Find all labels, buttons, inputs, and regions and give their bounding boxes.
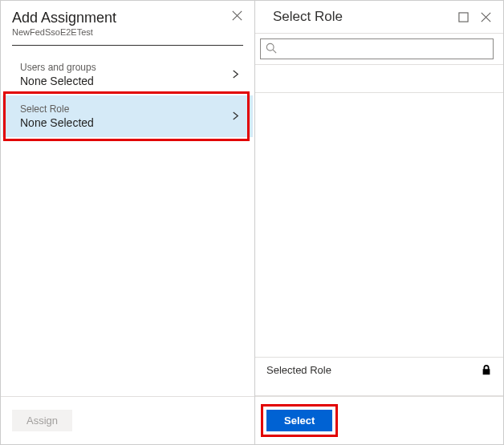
panel-header: Select Role — [255, 1, 503, 33]
search-box[interactable] — [260, 38, 494, 59]
chevron-right-icon — [231, 111, 240, 123]
item-label: Users and groups — [20, 62, 96, 73]
lock-icon — [481, 364, 492, 378]
panel-subtitle: NewFedSsoE2ETest — [12, 27, 116, 37]
select-role-item[interactable]: Select Role None Selected — [2, 95, 253, 137]
close-icon[interactable] — [230, 9, 243, 22]
item-value: None Selected — [20, 116, 94, 129]
add-assignment-panel: Add Assignment NewFedSsoE2ETest Users an… — [1, 1, 255, 444]
users-and-groups-item[interactable]: Users and groups None Selected — [2, 54, 253, 95]
svg-line-6 — [273, 50, 276, 53]
panel-footer: Select — [255, 396, 503, 444]
role-list-area — [255, 93, 503, 357]
select-button[interactable]: Select — [266, 410, 332, 431]
search-icon — [266, 42, 277, 56]
svg-rect-2 — [458, 12, 467, 21]
assign-button[interactable]: Assign — [12, 410, 72, 431]
select-role-panel: Select Role — [255, 1, 503, 444]
panel-title: Select Role — [273, 9, 343, 25]
item-value: None Selected — [20, 75, 96, 87]
maximize-icon[interactable] — [457, 10, 469, 23]
panel-title: Add Assignment — [12, 9, 116, 26]
panel-footer: Assign — [1, 396, 254, 444]
selected-role-label: Selected Role — [266, 364, 331, 376]
panel-header: Add Assignment NewFedSsoE2ETest — [1, 1, 254, 40]
assignment-steps-list: Users and groups None Selected Select Ro… — [1, 46, 254, 396]
search-container — [255, 34, 503, 64]
close-icon[interactable] — [479, 10, 492, 23]
selected-role-section: Selected Role — [255, 357, 503, 396]
search-input[interactable] — [282, 43, 488, 55]
item-label: Select Role — [20, 103, 94, 115]
svg-point-5 — [266, 43, 274, 51]
chevron-right-icon — [231, 69, 240, 81]
